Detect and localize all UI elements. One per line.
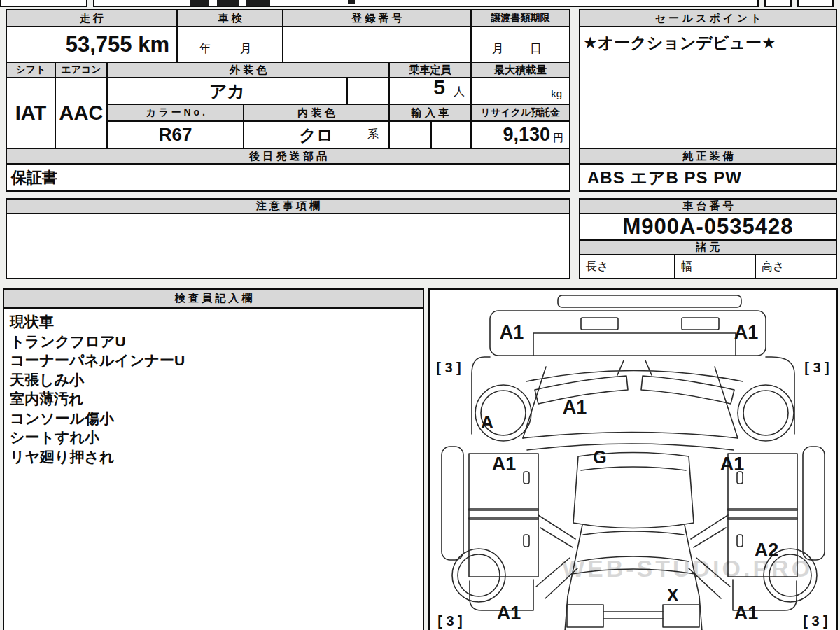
notes-header-label: 注 意 事 項 欄 bbox=[256, 200, 321, 213]
interior-color-suffix: 系 bbox=[368, 127, 379, 142]
recycle-deposit-header: リサイクル預託金 bbox=[470, 104, 570, 122]
chassis-header-label: 車 台 番 号 bbox=[682, 200, 734, 213]
grade-label-front-bumper-right: A1 bbox=[734, 322, 759, 343]
corner-mark-front-right: [ 3 ] bbox=[804, 360, 830, 375]
chassis-value-text: M900A-0535428 bbox=[623, 214, 794, 239]
chassis-value: M900A-0535428 bbox=[579, 213, 837, 241]
capacity-unit-label: 人 bbox=[454, 85, 465, 99]
shift-header: シフト bbox=[6, 62, 56, 78]
car-diagram: WEB-STUDIO.PRO A1 A1 [ 3 ] [ 3 ] A A1 G … bbox=[430, 290, 836, 630]
sales-point-value-text: ★オークションデビュー★ bbox=[583, 32, 776, 54]
interior-color-value: クロ 系 bbox=[243, 120, 390, 149]
grade-label-door-left: A1 bbox=[492, 454, 517, 475]
corner-mark-rear-left: [ 3 ] bbox=[438, 613, 463, 629]
inspector-note-line: シートすれ小 bbox=[10, 428, 417, 447]
exterior-color-header-label: 外 装 色 bbox=[230, 64, 267, 77]
notes-header: 注 意 事 項 欄 bbox=[6, 198, 570, 214]
corner-mark-rear-right: [ 3 ] bbox=[803, 613, 828, 629]
transfer-doc-header: 譲渡書類期限 bbox=[470, 9, 570, 27]
later-parts-header-label: 後 日 発 送 部 品 bbox=[249, 150, 327, 163]
capacity-header: 乗車定員 bbox=[388, 62, 472, 78]
clipped-text-artifact bbox=[190, 0, 209, 6]
registration-header-label: 登 録 番 号 bbox=[351, 12, 402, 25]
later-parts-header: 後 日 発 送 部 品 bbox=[6, 148, 570, 164]
clipped-text-artifact bbox=[246, 0, 270, 6]
clipped-text-artifact bbox=[217, 0, 239, 6]
inspector-note-line: リヤ廻り押され bbox=[10, 447, 417, 467]
mileage-header-label: 走 行 bbox=[80, 12, 104, 25]
color-no-value-text: R67 bbox=[159, 124, 192, 146]
transfer-doc-value-text: 月 日 bbox=[492, 41, 549, 57]
grade-label-front-wheel-left: A bbox=[481, 412, 493, 432]
shift-value-text: IAT bbox=[15, 102, 47, 125]
spec-length-cell: 長さ bbox=[579, 254, 676, 279]
import-sub-cell-2 bbox=[430, 120, 472, 149]
transfer-doc-value: 月 日 bbox=[470, 26, 570, 63]
shift-value: IAT bbox=[6, 77, 56, 149]
aircon-value: AAC bbox=[55, 77, 108, 149]
equipment-header-label: 純 正 装 備 bbox=[682, 150, 734, 163]
specs-header: 諸 元 bbox=[579, 239, 837, 255]
color-no-header: カ ラ ー N o . bbox=[106, 104, 244, 122]
capacity-value: 5 人 bbox=[388, 77, 472, 105]
notes-body bbox=[6, 213, 570, 279]
exterior-color-sub-cell bbox=[346, 77, 390, 105]
shift-header-label: シフト bbox=[16, 64, 46, 76]
capacity-value-text: 5 bbox=[433, 77, 445, 99]
inspector-note-line: コンソール傷小 bbox=[10, 409, 417, 428]
sales-point-header-label: セ ー ル ス ポ イ ン ト bbox=[655, 12, 762, 25]
registration-header: 登 録 番 号 bbox=[282, 9, 472, 27]
spec-width-label: 幅 bbox=[681, 260, 692, 274]
chassis-header: 車 台 番 号 bbox=[579, 198, 837, 214]
clipped-text-artifact bbox=[348, 0, 355, 4]
grade-label-rear-fender-left: A1 bbox=[497, 603, 522, 624]
inspector-note-line: 天張しみ小 bbox=[10, 370, 417, 390]
recycle-deposit-unit: 円 bbox=[553, 132, 564, 145]
clipped-top-row-segment bbox=[797, 0, 834, 7]
grade-label-hood: A1 bbox=[563, 397, 587, 418]
grade-label-windshield: G bbox=[593, 447, 606, 467]
specs-header-label: 諸 元 bbox=[696, 241, 720, 254]
grade-label-front-bumper-left: A1 bbox=[500, 322, 524, 343]
diagram-box: WEB-STUDIO.PRO A1 A1 [ 3 ] [ 3 ] A A1 G … bbox=[428, 288, 838, 630]
max-load-value: kg bbox=[470, 77, 570, 105]
equipment-header: 純 正 装 備 bbox=[579, 148, 837, 164]
shaken-value: 年 月 bbox=[176, 26, 284, 63]
color-no-header-label: カ ラ ー N o . bbox=[146, 106, 205, 119]
import-header-label: 輸 入 車 bbox=[412, 106, 449, 120]
clipped-top-row-segment bbox=[0, 0, 88, 7]
spec-height-cell: 高さ bbox=[755, 254, 837, 279]
corner-mark-front-left: [ 3 ] bbox=[436, 360, 461, 375]
max-load-unit-label: kg bbox=[551, 88, 562, 99]
inspector-box: 検 査 員 記 入 欄 現状車 トランクフロアU コーナーパネルインナーU 天張… bbox=[3, 288, 424, 630]
aircon-header-label: エアコン bbox=[61, 64, 101, 76]
recycle-deposit-value-text: 9,130 bbox=[503, 124, 550, 146]
equipment-value: ABS エアB PS PW bbox=[579, 163, 837, 192]
shaken-value-text: 年 月 bbox=[200, 41, 260, 57]
spec-length-label: 長さ bbox=[586, 260, 608, 274]
inspector-note-line: 現状車 bbox=[10, 312, 417, 332]
inspector-note-line: トランクフロアU bbox=[10, 332, 417, 351]
max-load-header: 最大積載量 bbox=[470, 62, 570, 78]
exterior-color-value: アカ bbox=[106, 77, 348, 105]
recycle-deposit-header-label: リサイクル預託金 bbox=[481, 106, 561, 119]
capacity-header-label: 乗車定員 bbox=[410, 64, 451, 77]
exterior-color-header: 外 装 色 bbox=[106, 62, 390, 78]
grade-label-rear-fender-right: A1 bbox=[734, 603, 759, 624]
interior-color-header: 内 装 色 bbox=[243, 104, 390, 122]
equipment-value-text: ABS エアB PS PW bbox=[587, 167, 742, 189]
spec-height-label: 高さ bbox=[762, 260, 784, 274]
grade-label-door-right: A1 bbox=[720, 454, 745, 475]
later-parts-value-text: 保証書 bbox=[11, 167, 57, 188]
aircon-header: エアコン bbox=[55, 62, 108, 78]
shaken-header-label: 車 検 bbox=[218, 12, 241, 25]
clipped-top-row-segment bbox=[764, 0, 792, 7]
inspector-note-line: コーナーパネルインナーU bbox=[10, 351, 417, 370]
grade-label-rear-gate: X bbox=[667, 585, 679, 605]
transfer-doc-header-label: 譲渡書類期限 bbox=[491, 12, 550, 24]
registration-value bbox=[282, 26, 472, 63]
inspector-header: 検 査 員 記 入 欄 bbox=[4, 290, 423, 309]
import-sub-cell-1 bbox=[388, 120, 432, 149]
auction-sheet: 走 行 車 検 登 録 番 号 譲渡書類期限 53,755 km 年 月 月 日… bbox=[0, 0, 840, 630]
sales-point-header: セ ー ル ス ポ イ ン ト bbox=[579, 9, 837, 27]
